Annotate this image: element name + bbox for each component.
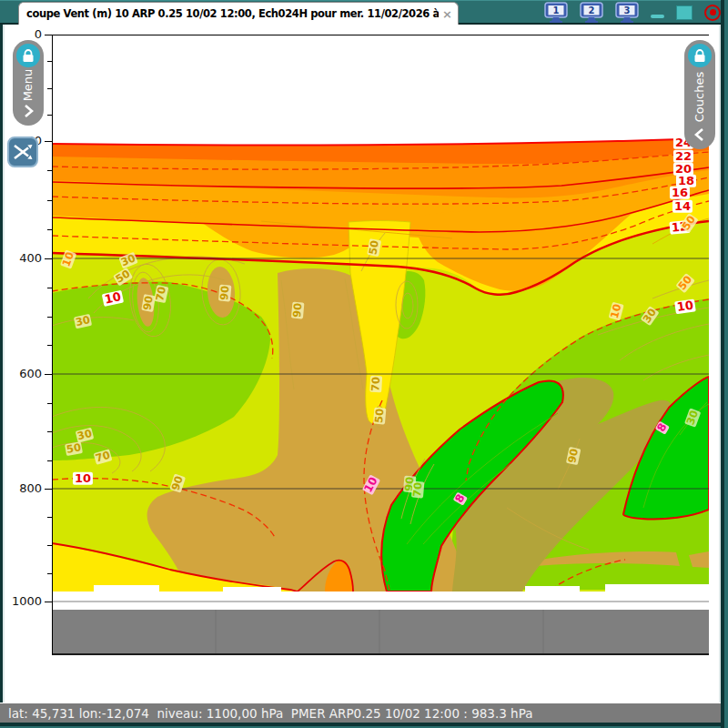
axis-tick [45,489,52,490]
axis-minor-tick [47,229,52,230]
window-frame-right-outer [724,0,728,728]
cross-section-plot[interactable]: 2422201816141210101010105050108830507090… [52,35,709,655]
couches-label: Couches [693,72,707,122]
window-buttons: 1 2 3 [544,0,721,25]
screen-3-button[interactable]: 3 [615,2,639,24]
svg-text:3: 3 [624,5,631,15]
axis-minor-tick [47,460,52,461]
lock-icon [693,48,706,64]
axis-minor-tick [47,431,52,432]
maximize-button[interactable] [676,5,693,20]
axis-tick [45,35,52,35]
axis-minor-tick [47,61,52,62]
axis-minor-tick [47,517,52,518]
contour-label: 90 [141,294,156,312]
axis-tick-label: 600 [2,367,42,380]
axis-tick [45,602,52,602]
contour-label: 70 [369,376,382,393]
contour-label: 50 [373,407,386,424]
couches-label-wrap: Couches [674,67,724,126]
document-tab-title: coupe Vent (m) 10 ARP 0.25 10/02 12:00, … [26,7,439,20]
contour-label: 14 [672,200,693,213]
couches-panel-tab[interactable]: Couches [684,40,715,149]
axis-tick-label: 800 [2,481,42,495]
status-bar: lat: 45,731 lon:-12,074 niveau: 1100,00 … [0,703,728,723]
screen-1-button[interactable]: 1 [544,2,568,24]
screen-2-button[interactable]: 2 [580,2,603,24]
axis-minor-tick [47,545,52,546]
contour-label: 90 [218,284,231,301]
contour-label: 50 [367,238,381,257]
axis-minor-tick [47,317,52,318]
status-text: lat: 45,731 lon:-12,074 niveau: 1100,00 … [0,706,532,721]
menu-label: Menu [22,69,35,102]
minimize-button[interactable] [651,15,664,18]
axis-minor-tick [47,573,52,574]
axis-minor-tick [47,88,52,89]
lock-icon [22,48,35,64]
shuffle-icon [12,141,35,163]
contour-label: 10 [73,472,93,485]
axis-tick-label: 1000 [2,594,42,608]
window-frame-bottom [0,723,728,728]
contour-label: 50 [65,441,83,456]
swap-section-button[interactable] [7,136,38,167]
axis-tick [45,374,52,375]
contour-label: 16 [670,187,690,199]
contour-label: 90 [291,301,304,318]
couches-pin-button[interactable] [688,44,712,67]
axis-minor-tick [47,115,52,116]
window-frame-right [721,0,724,728]
close-window-button[interactable] [704,5,721,21]
menu-pin-button[interactable] [16,44,40,67]
axis-minor-tick [47,200,52,201]
menu-label-wrap: Menu [12,67,45,103]
axis-minor-tick [47,288,52,288]
axis-tick-label: 0 [2,27,42,41]
document-tab[interactable]: coupe Vent (m) 10 ARP 0.25 10/02 12:00, … [18,2,459,25]
tab-close-icon[interactable]: × [442,7,452,21]
chevron-left-icon[interactable] [693,126,706,143]
axis-tick [45,258,52,259]
axis-minor-tick [47,345,52,346]
window-frame-right-highlight [719,25,721,703]
axis-minor-tick [47,403,52,404]
svg-text:1: 1 [553,5,560,15]
cross-section-canvas [52,35,709,655]
contour-label: 70 [411,480,424,498]
axis-tick [45,141,52,142]
menu-panel-tab[interactable]: Menu [13,40,44,126]
chevron-right-icon[interactable] [22,103,35,119]
axis-minor-tick [47,170,52,171]
svg-text:2: 2 [589,5,595,15]
axis-tick-label: 400 [2,251,42,265]
